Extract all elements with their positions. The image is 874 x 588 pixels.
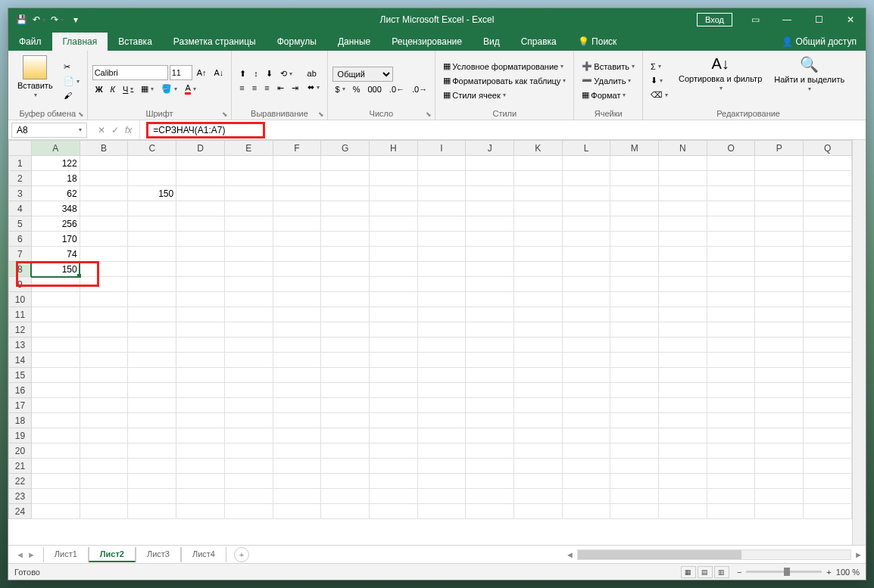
save-icon[interactable]: 💾 <box>14 13 28 26</box>
cell-A13[interactable] <box>31 338 80 353</box>
cell-C10[interactable] <box>128 292 176 307</box>
cell-I19[interactable] <box>417 428 466 443</box>
zoom-out-icon[interactable]: − <box>737 568 741 577</box>
cell-N24[interactable] <box>659 504 707 519</box>
cell-B6[interactable] <box>80 232 128 247</box>
maximize-icon[interactable]: ☐ <box>804 9 834 30</box>
cell-A10[interactable] <box>31 292 80 307</box>
cell-C4[interactable] <box>128 201 176 216</box>
insert-cells-button[interactable]: ➕ Вставить▾ <box>579 60 638 73</box>
cell-L14[interactable] <box>562 353 610 368</box>
tab-layout[interactable]: Разметка страницы <box>163 33 267 51</box>
cell-M12[interactable] <box>610 322 659 338</box>
cell-D11[interactable] <box>176 307 225 322</box>
cell-F5[interactable] <box>273 216 321 232</box>
cell-A2[interactable]: 18 <box>31 171 80 186</box>
cell-A6[interactable]: 170 <box>31 232 80 247</box>
cell-Q20[interactable] <box>804 443 852 459</box>
cell-A5[interactable]: 256 <box>31 216 80 232</box>
cell-N4[interactable] <box>659 201 707 216</box>
cell-I3[interactable] <box>417 186 466 201</box>
cell-Q17[interactable] <box>804 398 852 413</box>
cell-K24[interactable] <box>514 504 563 519</box>
cell-P21[interactable] <box>755 459 804 474</box>
cell-H21[interactable] <box>369 459 417 474</box>
cell-P10[interactable] <box>755 292 804 307</box>
cell-K3[interactable] <box>514 186 563 201</box>
cell-N7[interactable] <box>659 247 707 262</box>
cell-M16[interactable] <box>610 383 659 398</box>
cell-P9[interactable] <box>755 277 804 292</box>
cell-F15[interactable] <box>273 368 321 383</box>
cell-A14[interactable] <box>31 353 80 368</box>
cell-F9[interactable] <box>273 277 321 292</box>
cell-P6[interactable] <box>755 232 804 247</box>
cell-D16[interactable] <box>176 383 225 398</box>
cell-D3[interactable] <box>176 186 225 201</box>
cell-K2[interactable] <box>514 171 563 186</box>
col-header-J[interactable]: J <box>466 141 514 156</box>
cell-I8[interactable] <box>417 262 466 277</box>
cell-A9[interactable] <box>31 277 80 292</box>
cancel-formula-icon[interactable]: ✕ <box>98 125 105 135</box>
cell-K21[interactable] <box>514 459 563 474</box>
undo-icon[interactable]: ↶▾ <box>33 13 46 26</box>
cell-G2[interactable] <box>321 171 370 186</box>
cell-B5[interactable] <box>80 216 128 232</box>
cell-B1[interactable] <box>80 156 128 171</box>
cell-C15[interactable] <box>128 368 176 383</box>
cell-B15[interactable] <box>80 368 128 383</box>
sheet-tab-Лист1[interactable]: Лист1 <box>43 547 89 562</box>
cell-C14[interactable] <box>128 353 176 368</box>
cell-N16[interactable] <box>659 383 707 398</box>
row-header-21[interactable]: 21 <box>9 459 32 474</box>
cell-O20[interactable] <box>707 443 755 459</box>
find-select-button[interactable]: 🔍 Найти и выделить▾ <box>769 54 849 107</box>
cell-L24[interactable] <box>562 504 610 519</box>
cell-O9[interactable] <box>707 277 755 292</box>
cell-C19[interactable] <box>128 428 176 443</box>
cell-C3[interactable]: 150 <box>128 186 176 201</box>
cell-C20[interactable] <box>128 443 176 459</box>
cell-L16[interactable] <box>562 383 610 398</box>
login-button[interactable]: Вход <box>697 13 732 26</box>
cell-C5[interactable] <box>128 216 176 232</box>
cell-K16[interactable] <box>514 383 563 398</box>
row-header-6[interactable]: 6 <box>9 232 32 247</box>
col-header-K[interactable]: K <box>514 141 563 156</box>
cell-K15[interactable] <box>514 368 563 383</box>
cell-N20[interactable] <box>659 443 707 459</box>
view-page-layout-icon[interactable]: ▤ <box>698 566 713 578</box>
cell-G15[interactable] <box>321 368 370 383</box>
cell-G17[interactable] <box>321 398 370 413</box>
col-header-G[interactable]: G <box>321 141 370 156</box>
cell-A24[interactable] <box>31 504 80 519</box>
col-header-E[interactable]: E <box>224 141 273 156</box>
cell-Q15[interactable] <box>804 368 852 383</box>
cell-O19[interactable] <box>707 428 755 443</box>
cell-I11[interactable] <box>417 307 466 322</box>
cell-O22[interactable] <box>707 474 755 489</box>
decrease-font-icon[interactable]: A↓ <box>211 67 226 79</box>
cell-O1[interactable] <box>707 156 755 171</box>
cell-H4[interactable] <box>369 201 417 216</box>
cell-N3[interactable] <box>659 186 707 201</box>
col-header-H[interactable]: H <box>369 141 417 156</box>
cell-C7[interactable] <box>128 247 176 262</box>
cell-O23[interactable] <box>707 489 755 504</box>
cell-P7[interactable] <box>755 247 804 262</box>
cell-E20[interactable] <box>224 443 273 459</box>
row-header-22[interactable]: 22 <box>9 474 32 489</box>
col-header-C[interactable]: C <box>128 141 176 156</box>
col-header-Q[interactable]: Q <box>804 141 852 156</box>
cell-B2[interactable] <box>80 171 128 186</box>
cell-I15[interactable] <box>417 368 466 383</box>
cell-N18[interactable] <box>659 413 707 428</box>
cell-E9[interactable] <box>224 277 273 292</box>
cell-M20[interactable] <box>610 443 659 459</box>
cell-E21[interactable] <box>224 459 273 474</box>
cell-B23[interactable] <box>80 489 128 504</box>
cell-C13[interactable] <box>128 338 176 353</box>
cell-C12[interactable] <box>128 322 176 338</box>
cell-N22[interactable] <box>659 474 707 489</box>
